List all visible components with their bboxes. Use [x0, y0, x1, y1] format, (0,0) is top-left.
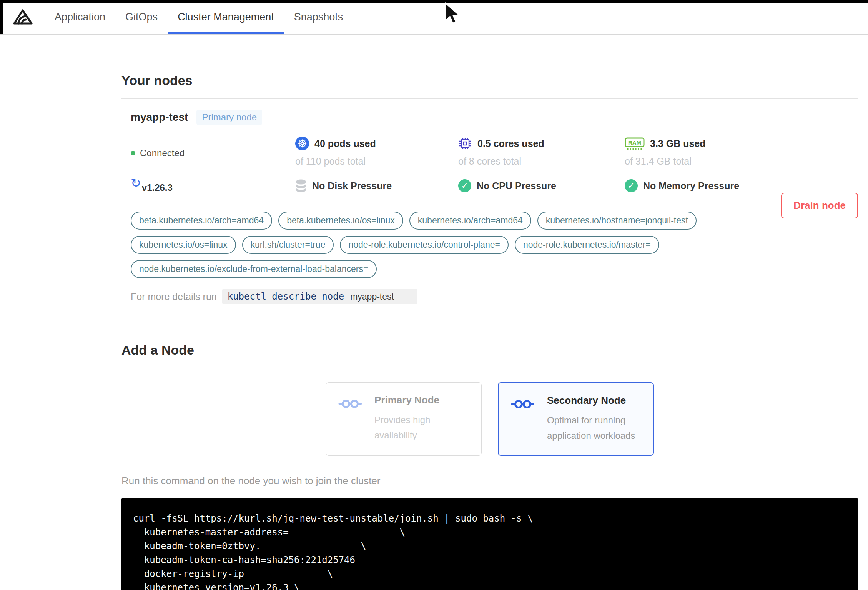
your-nodes-heading: Your nodes: [121, 73, 858, 88]
disk-pressure-label: No Disk Pressure: [312, 180, 392, 192]
command-line: kubernetes-version=v1.26.3 \: [133, 581, 846, 590]
memory-pressure-label: No Memory Pressure: [643, 180, 739, 192]
node-label-pill: node.kubernetes.io/exclude-from-external…: [131, 260, 377, 278]
cores-total-label: of 8 cores total: [458, 156, 625, 167]
command-line: kubernetes-master-address= \: [133, 525, 846, 539]
screenshot-top-edge: [0, 0, 868, 3]
kubernetes-version: ↻ v1.26.3: [131, 178, 295, 193]
node-label-pill: beta.kubernetes.io/os=linux: [278, 212, 403, 230]
tab-snapshots[interactable]: Snapshots: [284, 0, 353, 34]
cpu-icon: [458, 137, 472, 150]
tab-gitops[interactable]: GitOps: [115, 0, 168, 34]
replicated-logo-icon: [12, 7, 33, 27]
node-labels: beta.kubernetes.io/arch=amd64 beta.kuber…: [131, 212, 777, 278]
kubectl-command: kubectl describe node: [228, 291, 344, 302]
disk-icon: [295, 179, 307, 193]
cpu-pressure-condition: ✓ No CPU Pressure: [458, 178, 625, 193]
tab-cluster-management[interactable]: Cluster Management: [168, 0, 284, 34]
memory-pressure-condition: ✓ No Memory Pressure: [625, 178, 858, 193]
version-refresh-icon: ↻: [131, 178, 141, 188]
node-label-pill: node-role.kubernetes.io/master=: [515, 236, 659, 254]
disk-pressure-condition: No Disk Pressure: [295, 178, 458, 193]
secondary-node-option[interactable]: Secondary Node Optimal for running appli…: [498, 382, 654, 456]
node-name: myapp-test: [131, 111, 188, 123]
drain-node-button[interactable]: Drain node: [781, 193, 858, 218]
primary-node-badge: Primary node: [196, 110, 262, 125]
svg-text:RAM: RAM: [628, 139, 641, 146]
node-status: Connected: [131, 137, 295, 167]
cores-stat: 0.5 cores used of 8 cores total: [458, 137, 625, 167]
node-link-icon: [511, 398, 538, 410]
primary-node-option[interactable]: Primary Node Provides high availability: [326, 382, 482, 456]
section-divider: [121, 98, 858, 99]
node-details-hint: For more details run kubectl describe no…: [131, 289, 858, 304]
cluster-management-page: Your nodes myapp-test Primary node Conne…: [0, 73, 868, 590]
memory-total-label: of 31.4 GB total: [625, 156, 858, 167]
node-name-row: myapp-test Primary node: [131, 110, 858, 125]
top-nav: Application GitOps Cluster Management Sn…: [0, 0, 868, 35]
kubectl-describe-chip: kubectl describe node myapp-test: [222, 289, 417, 304]
node-label-pill: kubernetes.io/arch=amd64: [409, 212, 531, 230]
node-status-label: Connected: [140, 148, 185, 158]
cpu-pressure-label: No CPU Pressure: [477, 180, 556, 192]
memory-used-label: 3.3 GB used: [650, 138, 706, 149]
check-icon: ✓: [625, 179, 638, 192]
node-label-pill: kubernetes.io/hostname=jonquil-test: [537, 212, 697, 230]
join-command-instruction: Run this command on the node you wish to…: [121, 475, 858, 487]
pods-total-label: of 110 pods total: [295, 156, 458, 167]
node-label-pill: beta.kubernetes.io/arch=amd64: [131, 212, 272, 230]
node-label-pill: kurl.sh/cluster=true: [242, 236, 334, 254]
node-summary-grid: myapp-test Primary node Connected ☸ 40 p…: [131, 110, 858, 193]
command-line: kubeadm-token=0ztbvy. \: [133, 539, 846, 553]
cores-used-label: 0.5 cores used: [477, 138, 544, 149]
primary-tabs: Application GitOps Cluster Management Sn…: [45, 0, 353, 34]
replicated-logo[interactable]: [12, 0, 33, 34]
command-line: kubeadm-token-ca-hash=sha256:221d25746: [133, 553, 846, 567]
pods-stat: ☸ 40 pods used of 110 pods total: [295, 137, 458, 167]
node-label-pill: node-role.kubernetes.io/control-plane=: [340, 236, 508, 254]
primary-node-title: Primary Node: [374, 394, 469, 406]
node-label-pill: kubernetes.io/os=linux: [131, 236, 236, 254]
check-icon: ✓: [458, 179, 471, 192]
memory-stat: RAM 3.3 GB used of 31.4 GB total: [625, 137, 858, 167]
screenshot-left-edge: [0, 0, 3, 34]
node-link-icon: [338, 398, 365, 410]
pods-used-label: 40 pods used: [314, 138, 376, 149]
details-prefix: For more details run: [131, 291, 217, 302]
node-card: myapp-test Primary node Connected ☸ 40 p…: [121, 110, 858, 304]
node-type-options: Primary Node Provides high availability …: [121, 382, 858, 456]
command-line: docker-registry-ip= \: [133, 567, 846, 581]
section-divider: [121, 368, 858, 368]
tab-application[interactable]: Application: [45, 0, 115, 34]
kubernetes-pods-icon: ☸: [295, 137, 309, 150]
join-command-block: curl -fsSL https://kurl.sh/jq-new-test-u…: [121, 498, 858, 590]
connected-dot-icon: [131, 151, 135, 155]
version-label: v1.26.3: [142, 182, 173, 193]
secondary-node-title: Secondary Node: [547, 395, 641, 407]
ram-icon: RAM: [625, 137, 645, 150]
add-node-heading: Add a Node: [121, 343, 858, 358]
command-line: curl -fsSL https://kurl.sh/jq-new-test-u…: [133, 512, 846, 525]
kubectl-node-name: myapp-test: [350, 292, 394, 302]
secondary-node-description: Optimal for running application workload…: [547, 413, 641, 443]
primary-node-description: Provides high availability: [374, 412, 469, 443]
